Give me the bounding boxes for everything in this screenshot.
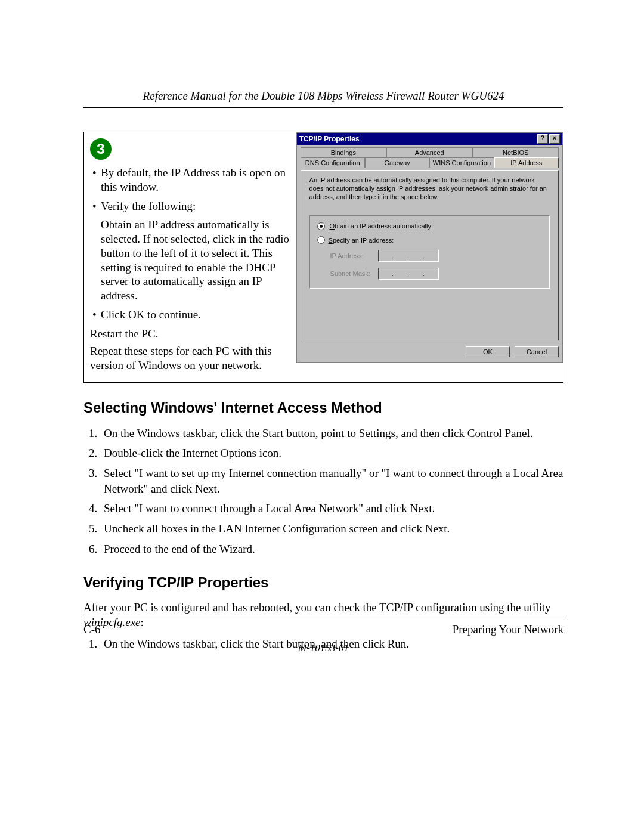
step-item: Select "I want to set up my Internet con… xyxy=(100,466,564,496)
heading-selecting-method: Selecting Windows' Internet Access Metho… xyxy=(83,400,564,416)
radio-obtain-auto[interactable]: Obtain an IP address automatically xyxy=(317,222,542,230)
tcpip-dialog: TCP/IP Properties ? × Bindings Advanced … xyxy=(296,132,563,363)
bullet-verify: Verify the following: xyxy=(90,199,292,213)
footer-section: Preparing Your Network xyxy=(453,623,564,636)
step-3-text: 3 By default, the IP Address tab is open… xyxy=(84,132,296,382)
tab-advanced[interactable]: Advanced xyxy=(386,147,472,157)
step-item: Proceed to the end of the Wizard. xyxy=(100,541,564,557)
step-item: Select "I want to connect through a Loca… xyxy=(100,501,564,516)
heading-verifying-tcpip: Verifying TCP/IP Properties xyxy=(83,574,564,591)
subnet-mask-label: Subnet Mask: xyxy=(330,270,372,277)
step-number-badge: 3 xyxy=(90,138,112,160)
step-item: Uncheck all boxes in the LAN Internet Co… xyxy=(100,521,564,537)
ip-address-input: . . . xyxy=(378,250,439,262)
step-3-block: 3 By default, the IP Address tab is open… xyxy=(83,132,564,383)
step-item: On the Windows taskbar, click the Start … xyxy=(100,426,564,441)
document-id: M-10153-01 xyxy=(83,642,564,654)
ip-address-field: IP Address: . . . xyxy=(330,250,542,262)
page-number: C-6 xyxy=(83,623,101,636)
page-footer: C-6 Preparing Your Network M-10153-01 xyxy=(83,618,564,654)
radio-auto-label: Obtain an IP address automatically xyxy=(329,222,432,230)
subnet-mask-input: . . . xyxy=(378,268,439,280)
ip-description: An IP address can be automatically assig… xyxy=(309,176,550,201)
para-repeat: Repeat these steps for each PC with this… xyxy=(90,344,292,373)
dialog-titlebar: TCP/IP Properties ? × xyxy=(297,133,562,145)
tab-wins[interactable]: WINS Configuration xyxy=(429,157,494,168)
radio-specify[interactable]: Specify an IP address: xyxy=(317,236,542,244)
step-item: Double-click the Internet Options icon. xyxy=(100,445,564,461)
bullet-click-ok: Click OK to continue. xyxy=(90,308,292,322)
tab-bindings[interactable]: Bindings xyxy=(301,147,386,157)
help-icon[interactable]: ? xyxy=(537,134,548,144)
tab-dns[interactable]: DNS Configuration xyxy=(301,157,365,168)
close-icon[interactable]: × xyxy=(549,134,560,144)
ok-button[interactable]: OK xyxy=(466,346,510,357)
ip-group: Obtain an IP address automatically Speci… xyxy=(309,215,550,289)
dialog-title: TCP/IP Properties xyxy=(299,135,360,143)
tab-strip: Bindings Advanced NetBIOS DNS Configurat… xyxy=(301,147,559,168)
para-restart: Restart the PC. xyxy=(90,327,292,341)
cancel-button[interactable]: Cancel xyxy=(515,346,559,357)
tab-ipaddress[interactable]: IP Address xyxy=(494,157,559,168)
tab-gateway[interactable]: Gateway xyxy=(365,157,429,168)
radio-icon xyxy=(317,236,325,244)
radio-icon xyxy=(317,222,325,230)
page-header: Reference Manual for the Double 108 Mbps… xyxy=(83,89,564,108)
ipaddress-pane: An IP address can be automatically assig… xyxy=(301,170,559,340)
ip-address-label: IP Address: xyxy=(330,252,372,259)
bullet-default-tab: By default, the IP Address tab is open o… xyxy=(90,166,292,194)
tab-netbios[interactable]: NetBIOS xyxy=(473,147,559,157)
subnet-mask-field: Subnet Mask: . . . xyxy=(330,268,542,280)
radio-specify-label: Specify an IP address: xyxy=(329,237,394,244)
sub-obtain-ip: Obtain an IP address automatically is se… xyxy=(90,218,292,303)
steps-selecting-method: On the Windows taskbar, click the Start … xyxy=(83,426,564,556)
